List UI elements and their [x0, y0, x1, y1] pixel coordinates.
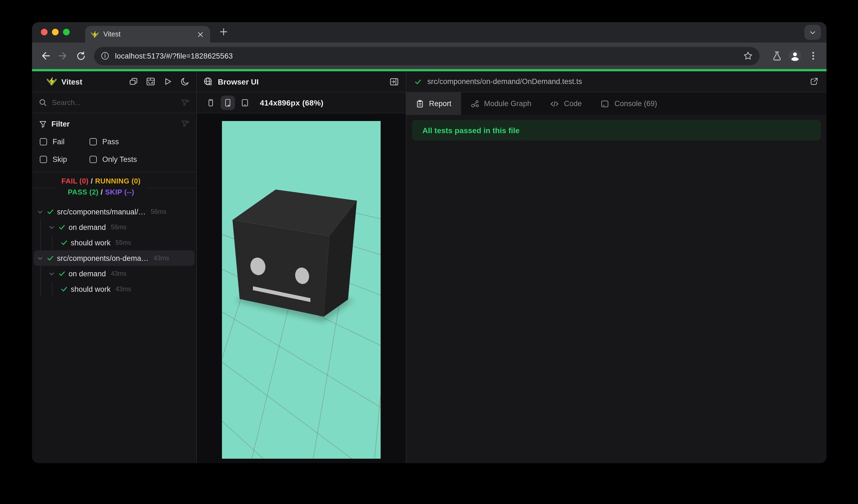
tab-console-label: Console (69) [615, 99, 657, 108]
report-panel: src/components/on-demand/OnDemand.test.t… [406, 71, 826, 463]
test-file-group: src/components/manual/… 56ms on demand 5… [32, 204, 196, 250]
reload-button[interactable] [74, 49, 88, 63]
module-graph-icon [470, 99, 479, 108]
browser-stage [197, 113, 406, 463]
collapse-windows-icon[interactable] [129, 77, 138, 86]
test-iframe[interactable] [222, 121, 381, 459]
browser-ui-title: Browser UI [218, 77, 259, 86]
filter-option-skip[interactable]: Skip [40, 153, 90, 165]
new-tab-button[interactable] [219, 27, 228, 36]
tree-row-test[interactable]: should work 55ms [32, 235, 196, 250]
running-count: RUNNING (0) [95, 177, 141, 185]
pass-checkbox[interactable] [90, 138, 97, 145]
dark-mode-moon-icon[interactable] [180, 77, 190, 86]
browser-window: Vitest [32, 22, 826, 463]
pass-count: PASS (2) [68, 188, 98, 196]
pass-check-icon [60, 285, 68, 293]
run-all-tests-icon[interactable] [163, 77, 173, 86]
browser-menu-icon[interactable] [807, 49, 820, 63]
chevron-down-icon[interactable] [36, 255, 44, 262]
chevron-down-icon[interactable] [48, 270, 56, 277]
filter-options: Fail Pass Skip Only Tests [40, 135, 190, 165]
filter-header: Filter [39, 119, 190, 129]
window-controls [41, 29, 70, 35]
tree-row-file[interactable]: src/components/manual/… 56ms [32, 204, 196, 220]
search-icon [39, 98, 47, 107]
tab-console[interactable]: Console (69) [591, 92, 667, 115]
tree-row-suite[interactable]: on demand 56ms [32, 220, 196, 235]
fail-checkbox[interactable] [40, 138, 47, 145]
status-line-2: PASS (2)/SKIP (--) [61, 187, 140, 198]
device-toolbar: 414x896px (68%) [197, 92, 406, 113]
zoom-window-button[interactable] [63, 29, 70, 35]
sidebar: Vitest [32, 71, 197, 463]
search-row [32, 92, 196, 113]
back-button[interactable] [39, 49, 52, 63]
expand-panel-icon[interactable] [389, 77, 399, 86]
url-text[interactable]: localhost:5173/#/?file=1828625563 [115, 52, 743, 60]
browser-ui-panel: Browser UI 414x896px [197, 71, 406, 463]
tree-guide [41, 220, 41, 250]
site-info-icon[interactable] [101, 51, 109, 60]
test-summary: FAIL (0)/RUNNING (0) PASS (2)/SKIP (--) [32, 173, 196, 201]
filter-title: Filter [51, 120, 70, 128]
close-window-button[interactable] [41, 29, 48, 35]
device-mobile-small-button[interactable] [204, 95, 218, 110]
tree-row-file-selected[interactable]: src/components/on-dema… 43ms [34, 250, 195, 266]
vitest-favicon [91, 30, 99, 38]
device-mobile-large-button[interactable] [221, 95, 235, 110]
pass-check-icon [58, 270, 66, 277]
tab-code[interactable]: Code [541, 92, 591, 115]
suite-name: on demand [68, 223, 106, 231]
test-file-name: src/components/manual/… [57, 208, 146, 216]
fail-count: FAIL (0) [61, 177, 89, 185]
app-name: Vitest [61, 77, 82, 86]
tree-row-test[interactable]: should work 43ms [32, 281, 196, 297]
test-duration: 43ms [115, 286, 131, 292]
url-bar[interactable]: localhost:5173/#/?file=1828625563 [94, 47, 760, 65]
tab-search-chevron-button[interactable] [804, 25, 821, 40]
sidebar-header: Vitest [32, 71, 196, 92]
test-file-name: src/components/on-dema… [57, 254, 149, 262]
open-file-path[interactable]: src/components/on-demand/OnDemand.test.t… [427, 77, 582, 86]
clear-filter-icon[interactable] [181, 119, 190, 128]
minimize-window-button[interactable] [52, 29, 59, 35]
test-duration: 43ms [111, 270, 126, 277]
profile-avatar[interactable] [788, 49, 801, 63]
robot-head-cube [233, 190, 357, 316]
tab-module-graph-label: Module Graph [484, 99, 531, 108]
tab-report-label: Report [429, 99, 451, 108]
search-input[interactable] [52, 98, 181, 107]
bookmark-star-icon[interactable] [743, 51, 753, 61]
tab-title: Vitest [104, 30, 196, 38]
filter-option-pass[interactable]: Pass [90, 135, 190, 148]
banner-text: All tests passed in this file [423, 126, 520, 134]
browser-tab[interactable]: Vitest [85, 26, 210, 43]
chevron-down-icon[interactable] [36, 208, 44, 215]
tree-row-suite[interactable]: on demand 43ms [32, 266, 196, 281]
filter-option-fail[interactable]: Fail [40, 135, 90, 148]
pass-label: Pass [102, 137, 119, 146]
tab-close-icon[interactable] [196, 30, 205, 39]
experiments-flask-icon[interactable] [770, 49, 783, 63]
status-line-1: FAIL (0)/RUNNING (0) [61, 176, 140, 187]
separator: / [89, 177, 95, 185]
pass-check-icon [60, 239, 68, 246]
only-tests-checkbox[interactable] [90, 156, 97, 163]
device-tablet-button[interactable] [238, 95, 252, 110]
filter-option-only-tests[interactable]: Only Tests [90, 153, 190, 165]
dashboard-icon[interactable] [146, 77, 155, 86]
chevron-down-icon[interactable] [48, 224, 56, 231]
test-duration: 55ms [115, 239, 131, 246]
forward-button[interactable] [57, 49, 70, 63]
tab-module-graph[interactable]: Module Graph [461, 92, 541, 115]
clear-search-filter-icon[interactable] [181, 98, 190, 107]
suite-name: on demand [68, 270, 106, 278]
test-name: should work [71, 285, 111, 293]
console-icon [601, 99, 609, 108]
tab-report[interactable]: Report [406, 92, 461, 115]
open-external-icon[interactable] [809, 77, 819, 86]
fail-label: Fail [52, 137, 65, 146]
skip-checkbox[interactable] [40, 156, 47, 163]
pass-check-icon [414, 78, 422, 85]
